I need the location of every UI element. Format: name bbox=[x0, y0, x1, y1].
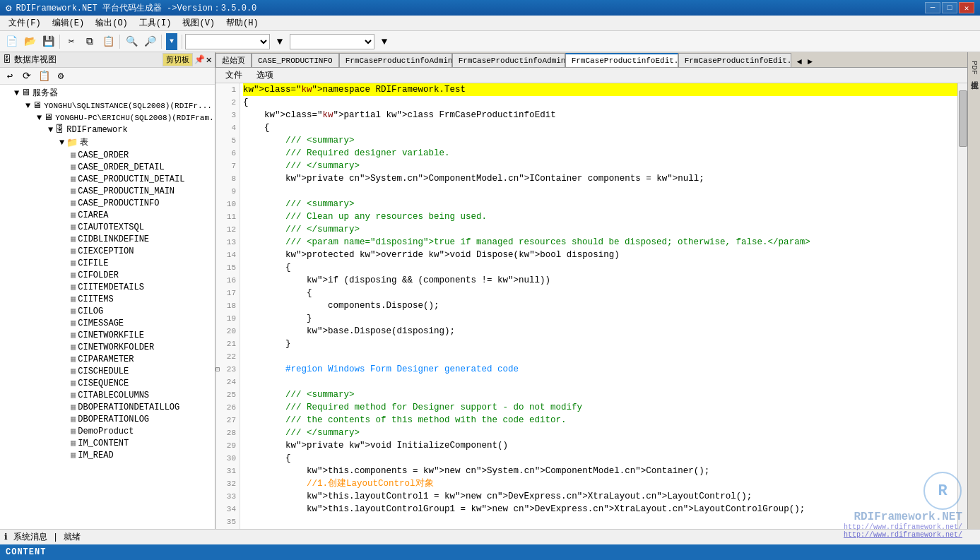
tree-table-ciautotextsql[interactable]: ▦ CIAUTOTEXTSQL bbox=[1, 221, 213, 233]
close-button[interactable]: ✕ bbox=[959, 2, 974, 13]
tree-table-case_order[interactable]: ▦ CASE_ORDER bbox=[1, 149, 213, 161]
tree-table-case_productin_detail[interactable]: ▦ CASE_PRODUCTIN_DETAIL bbox=[1, 173, 213, 185]
menu-help[interactable]: 帮助(H) bbox=[220, 16, 264, 30]
line-num-11: 11 bbox=[216, 210, 240, 223]
line-num-31: 31 bbox=[216, 465, 240, 477]
maximize-button[interactable]: □ bbox=[942, 2, 957, 13]
tree-table-cischedule[interactable]: ▦ CISCHEDULE bbox=[1, 365, 213, 377]
tree-table-cidblinkdefine[interactable]: ▦ CIDBLINKDEFINE bbox=[1, 233, 213, 245]
code-line-18: components.Dispose(); bbox=[243, 299, 957, 312]
line-num-30: 30 bbox=[216, 452, 240, 465]
code-scrollbar[interactable] bbox=[957, 83, 967, 529]
dropdown-arrow-1[interactable]: ▼ bbox=[271, 33, 288, 50]
zoom-in-button[interactable]: 🔍 bbox=[123, 33, 140, 50]
tree-table-case_productinfo[interactable]: ▦ CASE_PRODUCTINFO bbox=[1, 197, 213, 209]
line-num-16: 16 bbox=[216, 274, 240, 287]
minimize-button[interactable]: ─ bbox=[925, 2, 940, 13]
panel-btn-3[interactable]: 📋 bbox=[35, 68, 52, 85]
tab-start[interactable]: 起始页 bbox=[216, 53, 252, 67]
menu-edit[interactable]: 编辑(E) bbox=[47, 16, 90, 30]
code-line-15: { bbox=[243, 261, 957, 274]
tab-admin-designer[interactable]: FrmCaseProductinfoAdmin.Designer.... bbox=[452, 53, 565, 67]
tab-nav-prev[interactable]: ◄ bbox=[794, 57, 805, 67]
clipboard-label[interactable]: 剪切板 bbox=[163, 53, 193, 66]
code-content[interactable]: kw">class="kw">namespace RDIFramework.Te… bbox=[240, 83, 957, 529]
tree-instance-1[interactable]: ▼ 🖥 YONGHU\SQLINSTANCE(SQL2008)(RDIFr... bbox=[1, 100, 213, 112]
tree-table-ciparameter[interactable]: ▦ CIPARAMETER bbox=[1, 353, 213, 365]
tree-table-case_order_detail[interactable]: ▦ CASE_ORDER_DETAIL bbox=[1, 161, 213, 173]
pin-icon[interactable]: 📌 bbox=[194, 54, 205, 65]
tree-table-ciarea[interactable]: ▦ CIAREA bbox=[1, 209, 213, 221]
panel-btn-2[interactable]: ⟳ bbox=[18, 68, 35, 85]
tree-table-demoproduct[interactable]: ▦ DemoProduct bbox=[1, 425, 213, 437]
panel-btn-1[interactable]: ↩ bbox=[1, 68, 18, 85]
sec-tab-file[interactable]: 文件 bbox=[218, 68, 249, 83]
dropdown-1[interactable] bbox=[185, 34, 270, 49]
menu-view[interactable]: 视图(V) bbox=[177, 16, 220, 30]
line-num-1: 1 bbox=[216, 83, 240, 96]
menu-file[interactable]: 文件(F) bbox=[3, 16, 47, 30]
collapse-button-23[interactable]: ⊟ bbox=[216, 364, 220, 376]
tree-table-dboperationlog[interactable]: ▦ DBOPERATIONLOG bbox=[1, 413, 213, 425]
line-num-10: 10 bbox=[216, 198, 240, 210]
tree-table-ciexception[interactable]: ▦ CIEXCEPTION bbox=[1, 245, 213, 257]
tree-table-ciitems[interactable]: ▦ CIITEMS bbox=[1, 293, 213, 305]
tree-instance-2[interactable]: ▼ 🖥 YONGHU-PC\ERICHU(SQL2008)(RDIFram... bbox=[1, 112, 213, 124]
code-line-24 bbox=[243, 376, 957, 388]
tree-table-cinetworkfolder[interactable]: ▦ CINETWORKFOLDER bbox=[1, 341, 213, 353]
tab-admin-cs[interactable]: FrmCaseProductinfoAdmin.cs bbox=[339, 53, 452, 67]
line-num-14: 14 bbox=[216, 249, 240, 261]
tree-table-cisequence[interactable]: ▦ CISEQUENCE bbox=[1, 377, 213, 389]
sec-tab-options[interactable]: 选项 bbox=[249, 68, 281, 83]
tree-tables-folder[interactable]: ▼ 📁 表 bbox=[1, 136, 213, 149]
tree-table-cilog[interactable]: ▦ CILOG bbox=[1, 305, 213, 317]
dropdown-arrow-2[interactable]: ▼ bbox=[376, 33, 393, 50]
tree-table-cifolder[interactable]: ▦ CIFOLDER bbox=[1, 269, 213, 281]
panel-btn-4[interactable]: ⚙ bbox=[52, 68, 69, 85]
code-line-6: /// Required designer variable. bbox=[243, 147, 957, 160]
status-separator: | bbox=[53, 532, 58, 542]
tab-nav: ◄ ► bbox=[791, 57, 818, 67]
tree-table-cifile[interactable]: ▦ CIFILE bbox=[1, 257, 213, 269]
save-button[interactable]: 💾 bbox=[40, 33, 57, 50]
special-button[interactable]: ▼ bbox=[166, 33, 177, 50]
new-button[interactable]: 📄 bbox=[3, 33, 20, 50]
tab-edit-designer[interactable]: FrmCaseProductinfoEdit.Designer.cs bbox=[565, 53, 678, 67]
open-button[interactable]: 📂 bbox=[21, 33, 38, 50]
code-line-25: /// <summary> bbox=[243, 388, 957, 401]
line-num-22: 22 bbox=[216, 350, 240, 363]
tree-server-root[interactable]: ▼ 🖥 服务器 bbox=[1, 86, 213, 100]
tree-table-case_productin_main[interactable]: ▦ CASE_PRODUCTIN_MAIN bbox=[1, 185, 213, 197]
menu-output[interactable]: 输出(O) bbox=[90, 16, 134, 30]
tab-edit-cs[interactable]: FrmCaseProductinfoEdit.cs bbox=[678, 53, 791, 67]
code-line-1: kw">class="kw">namespace RDIFramework.Te… bbox=[243, 83, 957, 96]
tree-table-cinetworkfile[interactable]: ▦ CINETWORKFILE bbox=[1, 329, 213, 341]
tab-case-productinfo[interactable]: CASE_PRODUCTINFO bbox=[252, 53, 339, 67]
right-sidebar: PDF报告生成 bbox=[967, 52, 980, 529]
tree-database[interactable]: ▼ 🗄 RDIFramework bbox=[1, 124, 213, 136]
tree-table-dboperationdetaillog[interactable]: ▦ DBOPERATIONDETAILLOG bbox=[1, 401, 213, 413]
dropdown-2[interactable] bbox=[290, 34, 374, 49]
paste-button[interactable]: 📋 bbox=[100, 33, 117, 50]
cut-button[interactable]: ✂ bbox=[63, 33, 80, 50]
tree-table-cimessage[interactable]: ▦ CIMESSAGE bbox=[1, 317, 213, 329]
close-panel-button[interactable]: ✕ bbox=[206, 54, 212, 66]
line-num-15: 15 bbox=[216, 261, 240, 274]
tree-table-im_content[interactable]: ▦ IM_CONTENT bbox=[1, 437, 213, 449]
zoom-out-button[interactable]: 🔎 bbox=[141, 33, 158, 50]
left-panel-title: 数据库视图 bbox=[14, 54, 57, 66]
code-line-27: /// the contents of this method with the… bbox=[243, 414, 957, 427]
code-line-3: kw">class="kw">partial kw">class FrmCase… bbox=[243, 109, 957, 121]
menu-tools[interactable]: 工具(I) bbox=[134, 16, 177, 30]
status-icon: ℹ bbox=[4, 532, 8, 542]
tree-table-citablecolumns[interactable]: ▦ CITABLECOLUMNS bbox=[1, 389, 213, 401]
status-ready: 就绪 bbox=[64, 531, 81, 543]
line-num-18: 18 bbox=[216, 299, 240, 312]
tree-table-ciitemdetails[interactable]: ▦ CIITEMDETAILS bbox=[1, 281, 213, 293]
line-num-26: 26 bbox=[216, 401, 240, 414]
code-line-17: { bbox=[243, 287, 957, 299]
tree-table-im_read[interactable]: ▦ IM_READ bbox=[1, 449, 213, 461]
tab-nav-next[interactable]: ► bbox=[805, 57, 815, 67]
pdf-report-label[interactable]: PDF报告生成 bbox=[969, 61, 979, 75]
copy-button[interactable]: ⧉ bbox=[81, 33, 98, 50]
